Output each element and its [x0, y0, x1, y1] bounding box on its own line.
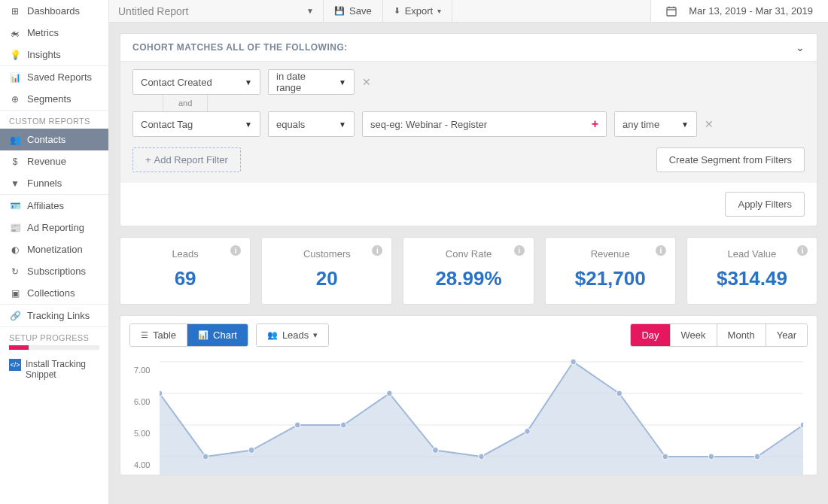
sidebar: ⊞Dashboards🏍Metrics💡Insights📊Saved Repor…	[0, 0, 109, 504]
table-icon: ☰	[141, 330, 148, 340]
sidebar-item-monetization[interactable]: ◐Monetization	[0, 238, 108, 260]
apply-filters-button[interactable]: Apply Filters	[725, 192, 805, 217]
data-point[interactable]	[202, 454, 209, 460]
data-point[interactable]	[708, 454, 714, 460]
report-title-input[interactable]: Untitled Report ▼	[109, 0, 324, 22]
sidebar-item-label: Insights	[27, 49, 99, 60]
info-icon[interactable]: i	[514, 245, 525, 256]
info-icon[interactable]: i	[797, 245, 808, 256]
funnels-icon: ▼	[9, 178, 21, 189]
caret-down-icon: ▼	[306, 7, 314, 15]
data-point[interactable]	[433, 448, 439, 454]
date-range-picker[interactable]: Mar 13, 2019 - Mar 31, 2019	[650, 0, 828, 22]
monetization-icon: ◐	[9, 244, 21, 255]
caret-down-icon: ▾	[437, 7, 441, 15]
sidebar-item-label: Dashboards	[27, 5, 99, 17]
sidebar-item-contacts[interactable]: 👥Contacts	[0, 129, 108, 150]
chart-icon: 📊	[198, 330, 209, 340]
metrics-icon: 🏍	[9, 28, 21, 38]
metric-card-revenue: iRevenue$21,700	[545, 237, 676, 305]
export-button[interactable]: ⬇ Export ▾	[383, 0, 453, 22]
y-axis-tick: 7.00	[134, 354, 150, 386]
filter-when-select[interactable]: any time▼	[614, 111, 697, 137]
period-day-button[interactable]: Day	[631, 324, 669, 346]
sidebar-item-collections[interactable]: ▣Collections	[0, 282, 108, 304]
data-point[interactable]	[479, 454, 485, 460]
filter-field-select[interactable]: Contact Tag▼	[132, 111, 260, 137]
contacts-icon: 👥	[9, 135, 21, 145]
cohort-panel: COHORT MATCHES ALL OF THE FOLLOWING: ⌄ C…	[120, 33, 817, 226]
table-view-button[interactable]: ☰Table	[130, 324, 187, 346]
setup-progress-bar	[9, 345, 99, 350]
data-point[interactable]	[525, 428, 531, 434]
ad-reporting-icon: 📰	[9, 223, 21, 233]
collapse-toggle[interactable]: ⌄	[796, 41, 805, 53]
filter-value-input[interactable]: seq-eg: Webinar - Register +	[362, 111, 607, 137]
add-report-filter-button[interactable]: + Add Report Filter	[132, 147, 241, 172]
period-week-button[interactable]: Week	[670, 324, 717, 346]
period-year-button[interactable]: Year	[766, 324, 807, 346]
data-point[interactable]	[571, 359, 577, 365]
filter-field-select[interactable]: Contact Created▼	[132, 69, 260, 95]
data-point[interactable]	[340, 422, 346, 428]
sidebar-item-subscriptions[interactable]: ↻Subscriptions	[0, 260, 108, 282]
filter-operator-select[interactable]: in date range▼	[268, 69, 355, 95]
code-icon: </>	[9, 359, 21, 371]
y-axis-tick: 4.00	[134, 449, 150, 481]
sidebar-item-label: Funnels	[27, 178, 99, 189]
sidebar-item-insights[interactable]: 💡Insights	[0, 44, 108, 65]
svg-rect-0	[667, 8, 676, 16]
sidebar-item-metrics[interactable]: 🏍Metrics	[0, 22, 108, 44]
metric-card-customers: iCustomers20	[261, 237, 392, 305]
y-axis-tick: 5.00	[134, 417, 150, 449]
sidebar-item-dashboards[interactable]: ⊞Dashboards	[0, 0, 108, 22]
filter-row-2: Contact Tag▼ equals▼ seq-eg: Webinar - R…	[132, 111, 805, 137]
remove-filter-button[interactable]: ✕	[705, 118, 714, 130]
dashboards-icon: ⊞	[9, 6, 21, 17]
data-point[interactable]	[754, 454, 760, 460]
cohort-title: COHORT MATCHES ALL OF THE FOLLOWING:	[132, 42, 348, 53]
data-point[interactable]	[160, 390, 163, 396]
data-point[interactable]	[294, 422, 300, 428]
save-icon: 💾	[334, 6, 345, 16]
sidebar-item-funnels[interactable]: ▼Funnels	[0, 172, 108, 194]
setup-item-tracking-snippet[interactable]: </> Install Tracking Snippet	[0, 356, 108, 383]
sidebar-item-saved-reports[interactable]: 📊Saved Reports	[0, 66, 108, 88]
filter-operator-select[interactable]: equals▼	[268, 111, 355, 137]
metric-value: $21,700	[546, 267, 675, 290]
users-icon: 👥	[267, 330, 278, 340]
chart-view-button[interactable]: 📊Chart	[187, 324, 248, 346]
metric-dropdown[interactable]: 👥 Leads ▾	[256, 323, 329, 347]
data-point[interactable]	[248, 448, 254, 454]
data-point[interactable]	[616, 390, 623, 396]
metrics-row: iLeads69iCustomers20iConv Rate28.99%iRev…	[120, 237, 817, 305]
create-segment-button[interactable]: Create Segment from Filters	[656, 147, 805, 172]
section-title: CUSTOM REPORTS	[0, 111, 108, 129]
data-point[interactable]	[387, 390, 393, 396]
add-value-icon[interactable]: +	[592, 117, 598, 131]
data-point[interactable]	[662, 454, 668, 460]
caret-down-icon: ▾	[313, 330, 318, 340]
sidebar-item-label: Revenue	[27, 156, 99, 167]
save-button[interactable]: 💾 Save	[324, 0, 383, 22]
sidebar-item-label: Contacts	[27, 134, 99, 145]
chart-area: 7.006.005.004.00	[120, 354, 817, 475]
metric-card-conv-rate: iConv Rate28.99%	[403, 237, 534, 305]
calendar-icon	[666, 6, 677, 17]
info-icon[interactable]: i	[656, 245, 666, 256]
view-toggle-group: ☰Table📊Chart	[129, 323, 248, 347]
setup-progress-title: SETUP PROGRESS	[0, 327, 108, 345]
download-icon: ⬇	[394, 6, 400, 16]
y-axis-tick: 6.00	[134, 386, 150, 417]
remove-filter-button[interactable]: ✕	[362, 76, 371, 88]
period-month-button[interactable]: Month	[717, 324, 766, 346]
sidebar-item-tracking-links[interactable]: 🔗Tracking Links	[0, 305, 108, 326]
sidebar-item-segments[interactable]: ⊕Segments	[0, 88, 108, 110]
subscriptions-icon: ↻	[9, 266, 21, 277]
sidebar-item-affiliates[interactable]: 🪪Affiliates	[0, 195, 108, 217]
sidebar-item-revenue[interactable]: $Revenue	[0, 150, 108, 172]
sidebar-item-ad-reporting[interactable]: 📰Ad Reporting	[0, 217, 108, 238]
data-point[interactable]	[800, 422, 803, 428]
sidebar-item-label: Segments	[27, 93, 99, 105]
setup-item-label: Install Tracking Snippet	[26, 359, 99, 380]
